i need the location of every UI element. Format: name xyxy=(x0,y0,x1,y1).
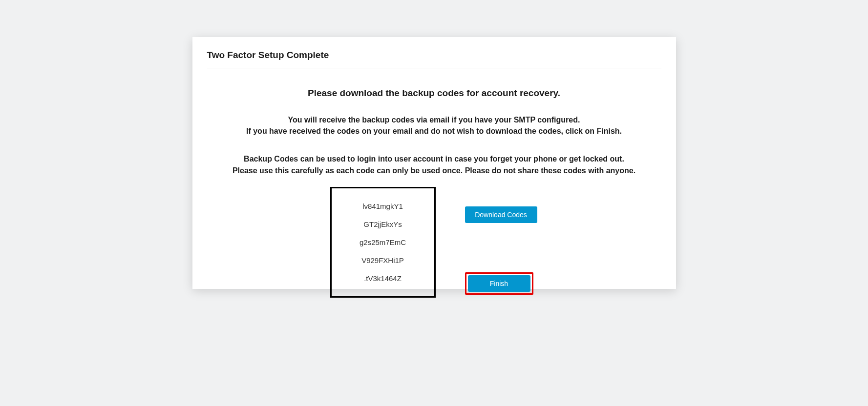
main-instruction: Please download the backup codes for acc… xyxy=(192,88,676,99)
buttons-column: Download Codes Finish xyxy=(465,187,538,298)
backup-code: lv841mgkY1 xyxy=(362,197,403,215)
backup-code: .tV3k1464Z xyxy=(364,269,402,287)
backup-code: V929FXHi1P xyxy=(361,251,404,269)
para2-line1: Backup Codes can be used to login into u… xyxy=(192,153,676,164)
paragraph-1: You will receive the backup codes via em… xyxy=(192,114,676,137)
para1-line1: You will receive the backup codes via em… xyxy=(192,114,676,125)
finish-highlight-box: Finish xyxy=(465,272,533,295)
content-area: Please download the backup codes for acc… xyxy=(192,68,676,298)
card-title: Two Factor Setup Complete xyxy=(192,37,676,68)
backup-codes-box: lv841mgkY1 GT2jjEkxYs g2s25m7EmC V929FXH… xyxy=(330,187,436,298)
para1-line2: If you have received the codes on your e… xyxy=(192,125,676,137)
para2-line2: Please use this carefully as each code c… xyxy=(192,165,676,176)
setup-complete-card: Two Factor Setup Complete Please downloa… xyxy=(192,37,676,289)
backup-code: g2s25m7EmC xyxy=(360,233,406,251)
codes-and-buttons-row: lv841mgkY1 GT2jjEkxYs g2s25m7EmC V929FXH… xyxy=(192,187,676,298)
download-codes-button[interactable]: Download Codes xyxy=(465,206,537,223)
finish-button[interactable]: Finish xyxy=(468,275,530,292)
paragraph-2: Backup Codes can be used to login into u… xyxy=(192,153,676,176)
backup-code: GT2jjEkxYs xyxy=(363,215,402,233)
